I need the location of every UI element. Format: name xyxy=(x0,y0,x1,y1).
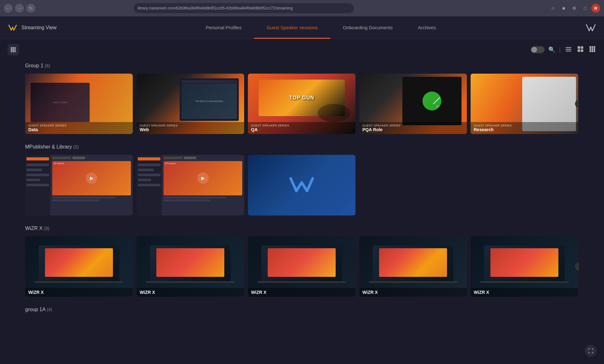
svg-rect-0 xyxy=(11,47,12,49)
card-wizrx-5-title: WiZR X xyxy=(474,290,575,295)
svg-rect-22 xyxy=(590,50,591,52)
forward-btn[interactable]: → xyxy=(15,4,24,13)
content-area: 🔍 | Group 1 xyxy=(0,39,604,364)
mpublisher-header: MPublisher & Library (3) xyxy=(25,144,579,150)
svg-rect-10 xyxy=(566,49,571,50)
browser-actions: ☆ ■ ⚙ □ R xyxy=(549,4,600,13)
card-qa-title: QA xyxy=(251,127,352,132)
list-view-btn[interactable] xyxy=(564,46,573,54)
card-data-labels: Guest Speaker Series Data xyxy=(25,122,133,134)
user-avatar[interactable]: R xyxy=(591,4,600,13)
tab-archives[interactable]: Archives xyxy=(405,16,449,39)
app-logo-icon xyxy=(8,23,18,33)
room-preview-2: MPublisher ▶ xyxy=(164,161,242,195)
tab-personal-profiles[interactable]: Personal Profiles xyxy=(193,16,254,39)
tab-onboarding[interactable]: Onboarding Documents xyxy=(330,16,405,39)
group-1a-header: group 1A (4) xyxy=(25,307,579,312)
mpublisher-cards: MPublisher ▶ xyxy=(25,155,579,215)
card-research-series: Guest Speaker Series xyxy=(474,124,575,127)
svg-rect-4 xyxy=(13,49,14,51)
card-wizrx-3[interactable]: WiZR X xyxy=(248,236,355,297)
svg-rect-7 xyxy=(13,51,14,52)
card-pqa-labels: Guest Speaker Series PQA Role xyxy=(359,122,467,134)
bookmark-btn[interactable]: ☆ xyxy=(549,4,557,13)
main-mock-1: MPublisher ▶ xyxy=(50,155,133,215)
card-web-series: Guest Speaker Series xyxy=(140,124,241,127)
card-wizrx-4-title: WiZR X xyxy=(362,290,464,295)
svg-rect-11 xyxy=(566,51,571,52)
card-publisher-1[interactable]: MPublisher ▶ xyxy=(25,155,133,215)
ext3-btn[interactable]: □ xyxy=(581,4,590,13)
search-icon[interactable]: 🔍 xyxy=(548,46,555,53)
svg-rect-17 xyxy=(592,46,593,48)
card-wizrx-5-labels: WiZR X xyxy=(471,288,578,297)
svg-rect-20 xyxy=(592,48,593,50)
sidebar-mock xyxy=(25,155,50,215)
app-header: Streaming View Personal Profiles Guest S… xyxy=(0,16,604,39)
wizrx-header: WiZR X (9) xyxy=(25,226,579,231)
card-research[interactable]: Guest Speaker Series Research xyxy=(471,74,578,134)
group-1a-count: (4) xyxy=(47,307,52,312)
group-1-cards: 01010 11001 Guest Speaker Series Data xyxy=(25,74,579,134)
card-research-labels: Guest Speaker Series Research xyxy=(471,122,578,134)
reload-btn[interactable]: ↻ xyxy=(26,4,35,13)
group-1-header: Group 1 (6) xyxy=(25,63,579,69)
svg-rect-5 xyxy=(14,49,16,51)
card-publisher-2[interactable]: MPublisher ▶ xyxy=(137,155,244,215)
sidebar-mock-2 xyxy=(137,155,162,215)
card-data-series: Guest Speaker Series xyxy=(28,124,130,127)
mpublisher-count: (3) xyxy=(73,144,79,149)
publisher-mock-1: MPublisher ▶ xyxy=(25,155,133,215)
card-web-labels: Guest Speaker Series Web xyxy=(137,122,244,134)
svg-rect-12 xyxy=(578,46,580,49)
card-wizrx-1-title: WiZR X xyxy=(28,290,130,295)
svg-rect-19 xyxy=(590,48,591,50)
svg-rect-14 xyxy=(578,49,580,52)
header-right-logo xyxy=(571,22,596,33)
card-data-title: Data xyxy=(28,127,130,132)
apps-grid-button[interactable] xyxy=(8,44,19,55)
card-qa[interactable]: TOP GUN Guest Speaker Series QA xyxy=(248,74,355,134)
back-btn[interactable]: ← xyxy=(4,4,13,13)
card-wizr-logo[interactable] xyxy=(248,155,355,215)
play-btn-2[interactable]: ▶ xyxy=(197,172,209,184)
card-pqa[interactable]: Guest Speaker Series PQA Role xyxy=(359,74,467,134)
card-wizrx-4[interactable]: WiZR X xyxy=(359,236,467,297)
wizrx-cards: WiZR X WiZR X xyxy=(25,236,579,297)
svg-rect-23 xyxy=(592,50,593,52)
card-wizrx-5[interactable]: WiZR X xyxy=(471,236,578,297)
card-wizrx-2-title: WiZR X xyxy=(140,290,241,295)
svg-rect-21 xyxy=(594,48,595,50)
logo-area: Streaming View xyxy=(8,23,70,33)
card-data[interactable]: 01010 11001 Guest Speaker Series Data xyxy=(25,74,133,134)
grid2-view-btn[interactable] xyxy=(576,46,584,54)
svg-rect-6 xyxy=(11,51,12,52)
card-wizrx-2[interactable]: WiZR X xyxy=(137,236,244,297)
card-wizrx-3-title: WiZR X xyxy=(251,290,352,295)
card-wizrx-1[interactable]: WiZR X xyxy=(25,236,133,297)
nav-tabs: Personal Profiles Guest Speaker sessions… xyxy=(70,16,571,39)
main-mock-2: MPublisher ▶ xyxy=(162,155,244,215)
card-web[interactable]: The future of communication Guest Speake… xyxy=(137,74,244,134)
svg-rect-16 xyxy=(590,46,591,48)
url-bar[interactable]: library.masterwizr.com/62b06ba384f0e8d8b… xyxy=(134,3,354,13)
wizrx-count: (9) xyxy=(44,226,49,231)
expand-button[interactable] xyxy=(585,345,596,356)
group-section-1a: group 1A (4) xyxy=(0,304,604,325)
card-wizrx-2-labels: WiZR X xyxy=(137,288,244,297)
ext1-btn[interactable]: ■ xyxy=(559,4,568,13)
browser-chrome: ← → ↻ library.masterwizr.com/62b06ba384f… xyxy=(0,0,604,16)
publisher-mock-2: MPublisher ▶ xyxy=(137,155,244,215)
grid4-view-btn[interactable] xyxy=(588,46,596,54)
ext2-btn[interactable]: ⚙ xyxy=(570,4,579,13)
url-text: library.masterwizr.com/62b06ba384f0e8d8b… xyxy=(137,6,293,10)
wizr-logo-symbol xyxy=(288,174,316,197)
svg-rect-15 xyxy=(581,49,583,52)
play-btn-1[interactable]: ▶ xyxy=(86,172,97,184)
card-pqa-series: Guest Speaker Series xyxy=(362,124,464,127)
view-toggle[interactable] xyxy=(531,46,545,53)
card-web-title: Web xyxy=(140,127,241,132)
room-preview-1: MPublisher ▶ xyxy=(52,161,131,195)
svg-rect-1 xyxy=(13,47,14,49)
tab-guest-speaker[interactable]: Guest Speaker sessions xyxy=(254,16,330,39)
